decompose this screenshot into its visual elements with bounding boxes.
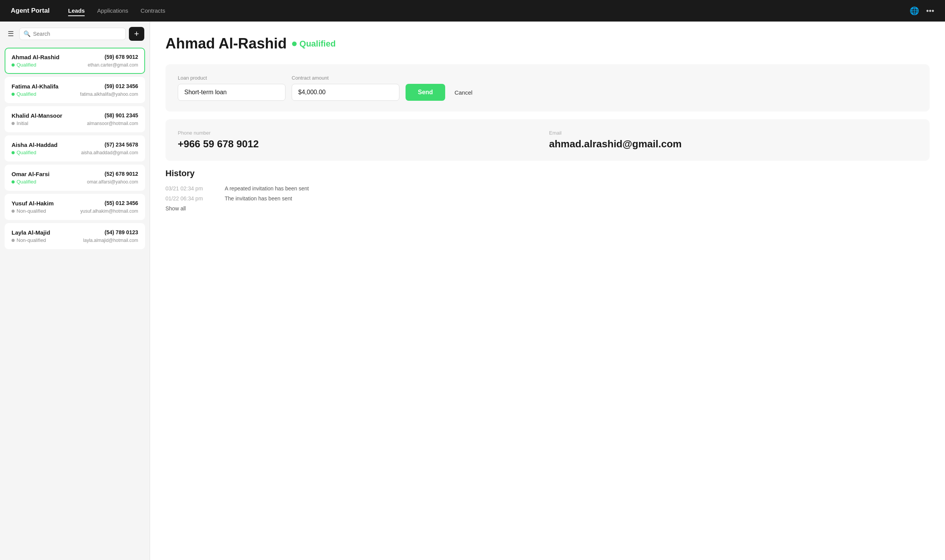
- status-dot: [12, 180, 15, 183]
- lead-email: almansoor@hotmail.com: [87, 121, 138, 126]
- loan-product-group: Loan product: [178, 75, 286, 101]
- nav-link-contracts[interactable]: Contracts: [140, 6, 165, 16]
- lead-email: omar.alfarsi@yahoo.com: [87, 179, 138, 185]
- more-options-icon[interactable]: •••: [926, 7, 934, 15]
- lead-status: Qualified: [12, 62, 36, 68]
- history-date: 03/21 02:34 pm: [165, 185, 215, 192]
- sidebar-toolbar: ☰ 🔍 +: [0, 22, 150, 46]
- contract-amount-group: Contract amount: [292, 75, 399, 101]
- search-input[interactable]: [33, 31, 122, 37]
- navbar: Agent Portal Leads Applications Contract…: [0, 0, 945, 22]
- lead-card[interactable]: Omar Al-Farsi (52) 678 9012 Qualified om…: [5, 165, 145, 191]
- lead-status: Initial: [12, 120, 28, 126]
- lead-email: fatima.alkhalifa@yahoo.com: [80, 92, 138, 97]
- status-dot: [12, 122, 15, 125]
- sidebar: ☰ 🔍 + Ahmad Al-Rashid (59) 678 9012 Qual…: [0, 22, 150, 560]
- contract-amount-input[interactable]: [292, 84, 399, 101]
- loan-form: Loan product Contract amount Send Cancel: [178, 75, 917, 101]
- nav-link-applications[interactable]: Applications: [97, 6, 128, 16]
- lead-card[interactable]: Ahmad Al-Rashid (59) 678 9012 Qualified …: [5, 48, 145, 74]
- lead-name: Layla Al-Majid: [12, 229, 50, 236]
- lead-name: Fatima Al-Khalifa: [12, 83, 58, 90]
- loan-card: Loan product Contract amount Send Cancel: [165, 64, 930, 112]
- show-all-button[interactable]: Show all: [165, 205, 930, 212]
- globe-icon[interactable]: 🌐: [910, 6, 919, 15]
- lead-name: Omar Al-Farsi: [12, 171, 50, 177]
- phone-label: Phone number: [178, 130, 546, 136]
- history-entry: 01/22 06:34 pm The invitation has been s…: [165, 195, 930, 202]
- status-dot: [12, 93, 15, 96]
- lead-name: Yusuf Al-Hakim: [12, 200, 53, 207]
- lead-status: Non-qualified: [12, 208, 46, 214]
- lead-name: Khalid Al-Mansoor: [12, 112, 62, 119]
- status-dot: [12, 210, 15, 213]
- contact-card: Phone number +966 59 678 9012 Email ahma…: [165, 119, 930, 161]
- loan-product-input[interactable]: [178, 84, 286, 101]
- sidebar-leads-list: Ahmad Al-Rashid (59) 678 9012 Qualified …: [0, 46, 150, 560]
- lead-name: Ahmad Al-Rashid: [12, 54, 59, 60]
- status-dot: [12, 239, 15, 242]
- lead-phone: (52) 678 9012: [105, 171, 138, 177]
- status-badge: Qualified: [292, 39, 336, 49]
- lead-phone: (54) 789 0123: [105, 229, 138, 235]
- email-group: Email ahmad.alrashid@gmail.com: [549, 130, 917, 150]
- lead-card[interactable]: Yusuf Al-Hakim (55) 012 3456 Non-qualifi…: [5, 194, 145, 220]
- lead-phone: (59) 678 9012: [105, 54, 138, 60]
- nav-link-leads[interactable]: Leads: [68, 6, 85, 16]
- status-text: Qualified: [299, 39, 336, 49]
- lead-phone: (59) 012 3456: [105, 83, 138, 89]
- status-dot: [12, 151, 15, 154]
- lead-status: Qualified: [12, 91, 36, 97]
- history-date: 01/22 06:34 pm: [165, 195, 215, 202]
- lead-status: Qualified: [12, 179, 36, 185]
- send-button[interactable]: Send: [406, 84, 445, 101]
- nav-links: Leads Applications Contracts: [68, 6, 910, 16]
- history-entry: 03/21 02:34 pm A repeated invitation has…: [165, 185, 930, 192]
- add-lead-button[interactable]: +: [129, 27, 144, 41]
- history-description: A repeated invitation has been sent: [225, 185, 309, 192]
- history-title: History: [165, 168, 930, 178]
- sidebar-search-container: 🔍: [19, 28, 126, 40]
- history-description: The invitation has been sent: [225, 195, 292, 202]
- app-brand: Agent Portal: [11, 7, 50, 15]
- phone-group: Phone number +966 59 678 9012: [178, 130, 546, 150]
- contact-grid: Phone number +966 59 678 9012 Email ahma…: [178, 130, 917, 150]
- lead-card[interactable]: Layla Al-Majid (54) 789 0123 Non-qualifi…: [5, 223, 145, 249]
- contract-amount-label: Contract amount: [292, 75, 399, 81]
- history-section: History 03/21 02:34 pm A repeated invita…: [165, 168, 930, 212]
- lead-card[interactable]: Khalid Al-Mansoor (58) 901 2345 Initial …: [5, 106, 145, 132]
- email-label: Email: [549, 130, 917, 136]
- lead-phone: (55) 012 3456: [105, 200, 138, 206]
- search-icon: 🔍: [23, 30, 31, 37]
- page-title: Ahmad Al-Rashid: [165, 35, 287, 52]
- lead-email: yusuf.alhakim@hotmail.com: [80, 208, 138, 214]
- phone-value: +966 59 678 9012: [178, 138, 546, 150]
- status-dot: [292, 42, 297, 46]
- history-list: 03/21 02:34 pm A repeated invitation has…: [165, 185, 930, 202]
- navbar-right: 🌐 •••: [910, 6, 934, 15]
- lead-email: aisha.alhaddad@gmail.com: [81, 150, 138, 155]
- lead-card[interactable]: Fatima Al-Khalifa (59) 012 3456 Qualifie…: [5, 77, 145, 103]
- lead-email: ethan.carter@gmail.com: [88, 62, 138, 68]
- lead-card[interactable]: Aisha Al-Haddad (57) 234 5678 Qualified …: [5, 135, 145, 162]
- loan-product-label: Loan product: [178, 75, 286, 81]
- email-value: ahmad.alrashid@gmail.com: [549, 138, 917, 150]
- sidebar-menu-button[interactable]: ☰: [5, 27, 16, 40]
- lead-phone: (57) 234 5678: [105, 142, 138, 148]
- lead-phone: (58) 901 2345: [105, 112, 138, 118]
- main-layout: ☰ 🔍 + Ahmad Al-Rashid (59) 678 9012 Qual…: [0, 22, 945, 560]
- lead-email: layla.almajid@hotmail.com: [83, 238, 138, 243]
- page-header: Ahmad Al-Rashid Qualified: [165, 35, 930, 52]
- status-dot: [12, 63, 15, 67]
- lead-status: Non-qualified: [12, 237, 46, 243]
- content-area: Ahmad Al-Rashid Qualified Loan product C…: [150, 22, 945, 560]
- lead-status: Qualified: [12, 150, 36, 155]
- lead-name: Aisha Al-Haddad: [12, 142, 57, 148]
- cancel-button[interactable]: Cancel: [451, 84, 476, 101]
